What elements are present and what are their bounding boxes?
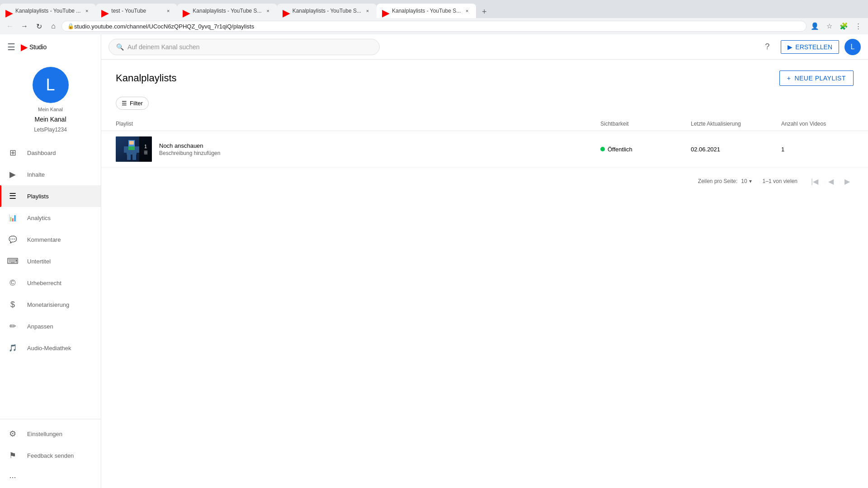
channel-info[interactable]: L Mein Kanal Mein Kanal LetsPlay1234 — [0, 60, 101, 142]
rows-select[interactable]: 10 ▾ — [741, 178, 751, 184]
table-row[interactable]: 1 ☰ Noch anschauen Beschreibung hinzufüg… — [101, 131, 868, 168]
next-page-button[interactable]: ▶ — [841, 175, 854, 188]
new-playlist-icon: + — [787, 75, 791, 82]
sidebar-header: ☰ ▶ Studio — [0, 34, 101, 60]
channel-handle: LetsPlay1234 — [34, 127, 67, 133]
app-header-right: ? ▶ ERSTELLEN L — [759, 39, 861, 55]
sidebar-nav: ⊞ Dashboard ▶ Inhalte ☰ Playlists 📊 Anal… — [0, 142, 101, 359]
analytics-icon: 📊 — [7, 212, 18, 223]
tab-title-2: test - YouTube — [111, 8, 162, 14]
date-cell: 02.06.2021 — [691, 146, 781, 153]
browser-tab-2[interactable]: ▶ test - YouTube × — [96, 4, 177, 18]
new-playlist-label: NEUE PLAYLIST — [794, 75, 846, 82]
filter-button[interactable]: ☰ Filter — [116, 97, 149, 110]
url-text: studio.youtube.com/channel/UCocN6zQPHQZ_… — [74, 23, 254, 30]
sidebar-item-monetarisierung[interactable]: $ Monetarisierung — [0, 294, 101, 315]
channel-name: Mein Kanal — [34, 116, 66, 123]
create-button[interactable]: ▶ ERSTELLEN — [781, 40, 839, 54]
einstellungen-label: Einstellungen — [27, 431, 62, 437]
sidebar-item-inhalte[interactable]: ▶ Inhalte — [0, 164, 101, 185]
settings-icon[interactable]: ⋮ — [852, 20, 864, 33]
sidebar-item-urheberrecht[interactable]: © Urheberrecht — [0, 272, 101, 294]
home-button[interactable]: ⌂ — [47, 20, 60, 33]
dashboard-label: Dashboard — [27, 150, 56, 156]
new-playlist-button[interactable]: + NEUE PLAYLIST — [779, 70, 854, 86]
more-icon: ··· — [7, 472, 18, 483]
playlist-name: Noch anschauen — [159, 142, 220, 149]
new-tab-button[interactable]: + — [478, 5, 491, 18]
browser-tab-4[interactable]: ▶ Kanalplaylists - YouTube S... × — [277, 4, 377, 18]
sidebar-item-kommentare[interactable]: 💬 Kommentare — [0, 229, 101, 250]
sidebar-item-einstellungen[interactable]: ⚙ Einstellungen — [0, 423, 101, 445]
svg-rect-7 — [129, 141, 134, 145]
thumb-count: 1 ☰ — [139, 136, 152, 162]
playlist-description: Beschreibung hinzufügen — [159, 150, 220, 156]
sidebar-item-untertitel[interactable]: ⌨ Untertitel — [0, 250, 101, 272]
rows-per-page: Zeilen pro Seite: 10 ▾ — [698, 178, 752, 184]
inhalte-icon: ▶ — [7, 169, 18, 180]
feedback-icon: ⚑ — [7, 450, 18, 461]
reload-button[interactable]: ↻ — [33, 20, 45, 33]
einstellungen-icon: ⚙ — [7, 428, 18, 439]
col-sichtbarkeit: Sichtbarkeit — [600, 121, 691, 127]
tab-close-4[interactable]: × — [364, 7, 371, 14]
sidebar-item-more[interactable]: ··· — [0, 466, 101, 488]
yt-studio-logo[interactable]: ▶ Studio — [21, 42, 47, 52]
playlist-cell: 1 ☰ Noch anschauen Beschreibung hinzufüg… — [116, 136, 600, 162]
list-icon: ☰ — [144, 150, 148, 155]
star-icon[interactable]: ☆ — [823, 20, 835, 33]
browser-tab-3[interactable]: ▶ Kanalplaylists - YouTube S... × — [177, 4, 277, 18]
lock-icon: 🔒 — [67, 23, 74, 29]
kommentare-icon: 💬 — [7, 234, 18, 245]
tab-title-5: Kanalplaylists - YouTube S... — [392, 8, 461, 14]
channel-label: Mein Kanal — [38, 107, 63, 112]
tab-close-1[interactable]: × — [83, 7, 90, 14]
monetarisierung-icon: $ — [7, 299, 18, 310]
tab-favicon-2: ▶ — [101, 7, 108, 14]
sidebar: ☰ ▶ Studio L Mein Kanal Mein Kanal LetsP… — [0, 34, 101, 488]
audio-icon: 🎵 — [7, 343, 18, 353]
prev-page-button[interactable]: ◀ — [825, 175, 837, 188]
filter-icon: ☰ — [122, 100, 127, 107]
urheberrecht-label: Urheberrecht — [27, 280, 61, 286]
sidebar-item-playlists[interactable]: ☰ Playlists — [0, 185, 101, 207]
extension-icon[interactable]: 🧩 — [837, 20, 850, 33]
back-button[interactable]: ← — [4, 20, 16, 33]
first-page-button[interactable]: |◀ — [808, 175, 821, 188]
browser-tab-1[interactable]: ▶ Kanalplaylists - YouTube ... × — [0, 4, 96, 18]
studio-label: Studio — [29, 43, 47, 51]
forward-button[interactable]: → — [18, 20, 31, 33]
profile-icon[interactable]: 👤 — [808, 20, 821, 33]
hamburger-menu[interactable]: ☰ — [7, 42, 15, 52]
user-avatar[interactable]: L — [844, 39, 861, 55]
help-icon: ? — [765, 42, 769, 52]
sidebar-item-dashboard[interactable]: ⊞ Dashboard — [0, 142, 101, 164]
monetarisierung-label: Monetarisierung — [27, 301, 69, 308]
tab-close-2[interactable]: × — [165, 7, 172, 14]
kommentare-label: Kommentare — [27, 236, 61, 243]
col-aktualisierung: Letzte Aktualisierung — [691, 121, 781, 127]
avatar-letter: L — [46, 75, 55, 94]
channel-avatar: L — [33, 67, 69, 103]
app-header: 🔍 Auf deinem Kanal suchen ? ▶ ERSTELLEN … — [101, 34, 868, 60]
sidebar-item-feedback[interactable]: ⚑ Feedback senden — [0, 445, 101, 466]
playlists-label: Playlists — [27, 193, 49, 200]
urheberrecht-icon: © — [7, 277, 18, 288]
tab-favicon-5: ▶ — [382, 7, 389, 14]
visibility-dot — [600, 147, 605, 151]
sidebar-item-audio[interactable]: 🎵 Audio-Mediathek — [0, 337, 101, 359]
inhalte-label: Inhalte — [27, 171, 45, 178]
sidebar-item-anpassen[interactable]: ✏ Anpassen — [0, 315, 101, 337]
tab-close-5[interactable]: × — [463, 7, 471, 14]
svg-rect-8 — [128, 146, 135, 150]
tab-close-3[interactable]: × — [264, 7, 272, 14]
browser-tab-5[interactable]: ▶ Kanalplaylists - YouTube S... × — [377, 4, 476, 18]
browser-toolbar: ← → ↻ ⌂ 🔒 studio.youtube.com/channel/UCo… — [0, 18, 868, 34]
untertitel-label: Untertitel — [27, 258, 51, 265]
search-bar[interactable]: 🔍 Auf deinem Kanal suchen — [108, 39, 380, 55]
feedback-label: Feedback senden — [27, 452, 74, 459]
col-anzahl: Anzahl von Videos — [781, 121, 854, 127]
help-button[interactable]: ? — [759, 39, 775, 55]
sidebar-item-analytics[interactable]: 📊 Analytics — [0, 207, 101, 229]
address-bar[interactable]: 🔒 studio.youtube.com/channel/UCocN6zQPHQ… — [61, 21, 807, 32]
